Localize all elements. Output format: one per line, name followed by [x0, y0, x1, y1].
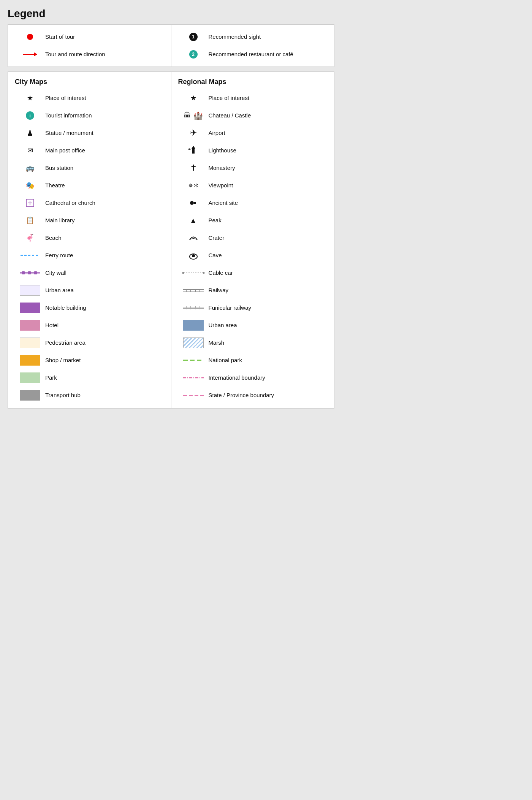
castle-icon: 🏛 🏰: [178, 111, 209, 120]
list-item: City wall: [15, 266, 164, 280]
ferry-route-label: Ferry route: [45, 252, 164, 259]
place-of-interest-reg-label: Place of interest: [209, 94, 328, 102]
tourist-info-icon: i: [15, 111, 45, 120]
state-boundary-line-icon: [183, 393, 204, 397]
tourist-info-label: Tourist information: [45, 112, 164, 119]
list-item: 🦩 Beach: [15, 231, 164, 245]
start-of-tour-item: Start of tour: [15, 30, 164, 44]
list-item: Ferry route: [15, 249, 164, 262]
svg-rect-5: [192, 148, 195, 154]
bus-station-label: Bus station: [45, 164, 164, 172]
recommended-restaurant-icon: 2: [178, 50, 209, 59]
statue-icon: ♟: [15, 128, 45, 138]
lighthouse-icon: [178, 145, 209, 156]
recommended-sight-item: 1 Recommended sight: [178, 30, 328, 44]
recommended-sight-icon: 1: [178, 33, 209, 41]
list-item: ✝ Monastery: [178, 161, 328, 175]
notable-color-box: [20, 303, 40, 313]
place-of-interest-reg-icon: ★: [178, 94, 209, 102]
urban-area-reg-label: Urban area: [209, 322, 328, 329]
envelope-icon: ✉: [27, 146, 33, 155]
intl-boundary-line-icon: [183, 376, 204, 380]
recommended-sight-label: Recommended sight: [209, 33, 328, 41]
plane-icon: ✈: [190, 128, 197, 138]
urban-area-city-icon: [15, 285, 45, 296]
recommended-restaurant-label: Recommended restaurant or café: [209, 51, 328, 58]
crater-label: Crater: [209, 234, 328, 242]
list-item: Hotel: [15, 318, 164, 332]
city-maps-title: City Maps: [15, 78, 164, 86]
list-item: Cable car: [178, 266, 328, 280]
svg-point-9: [190, 201, 194, 205]
beach-label: Beach: [45, 234, 164, 242]
chess-piece-icon: ♟: [27, 128, 33, 138]
statue-label: Statue / monument: [45, 129, 164, 137]
theatre-label: Theatre: [45, 182, 164, 189]
main-section: City Maps ★ Place of interest i Tourist …: [8, 71, 334, 409]
pedestrian-icon: [15, 337, 45, 348]
funicular-line-icon: [183, 305, 204, 310]
list-item: Park: [15, 371, 164, 385]
ferry-dash-icon: [21, 253, 40, 257]
book-icon: 📋: [26, 216, 34, 225]
notable-building-label: Notable building: [45, 304, 164, 312]
list-item: 🏛 🏰 Chateau / Castle: [178, 109, 328, 122]
ancient-site-label: Ancient site: [209, 199, 328, 207]
list-item: ✉ Main post office: [15, 144, 164, 157]
transport-color-box: [20, 390, 40, 401]
list-item: Urban area: [178, 318, 328, 332]
top-section: Start of tour Tour and route direction 1…: [8, 24, 334, 67]
legend-title: Legend: [8, 8, 334, 20]
bus-station-icon: 🚌: [15, 164, 45, 172]
intl-boundary-icon: [178, 376, 209, 380]
list-item: Transport hub: [15, 388, 164, 402]
building-castle-icon: 🏛 🏰: [184, 111, 203, 120]
lighthouse-svg-icon: [188, 145, 199, 156]
national-park-icon: [178, 358, 209, 362]
svg-rect-2: [22, 271, 25, 274]
place-of-interest-city-label: Place of interest: [45, 94, 164, 102]
triangle-icon: ▲: [190, 217, 197, 225]
svg-point-12: [192, 254, 195, 257]
funicular-icon: [178, 305, 209, 310]
pedestrian-label: Pedestrian area: [45, 339, 164, 347]
crater-icon: [178, 234, 209, 242]
list-item: Marsh: [178, 336, 328, 350]
list-item: National park: [178, 353, 328, 367]
cave-label: Cave: [209, 252, 328, 259]
svg-point-13: [182, 272, 184, 274]
library-label: Main library: [45, 217, 164, 224]
marsh-icon: [178, 337, 209, 348]
tour-direction-label: Tour and route direction: [45, 51, 164, 58]
pedestrian-color-box: [20, 337, 40, 348]
list-item: State / Province boundary: [178, 388, 328, 402]
transport-hub-label: Transport hub: [45, 391, 164, 399]
theatre-icon: 🎭: [15, 181, 45, 190]
svg-rect-4: [34, 271, 37, 274]
intl-boundary-label: International boundary: [209, 374, 328, 382]
cable-car-label: Cable car: [209, 269, 328, 277]
svg-marker-6: [192, 146, 195, 149]
tour-direction-icon: [15, 54, 45, 55]
airport-icon: ✈: [178, 128, 209, 138]
viewpoint-label: Viewpoint: [209, 182, 328, 189]
tour-direction-item: Tour and route direction: [15, 48, 164, 61]
marsh-label: Marsh: [209, 339, 328, 347]
national-park-label: National park: [209, 356, 328, 364]
church-box-icon: ✛: [26, 199, 34, 207]
list-item: Ancient site: [178, 196, 328, 210]
list-item: ✵ ✲ Viewpoint: [178, 179, 328, 192]
beach-icon: 🦩: [15, 233, 45, 242]
list-item: ♟ Statue / monument: [15, 126, 164, 140]
city-maps-column: City Maps ★ Place of interest i Tourist …: [8, 71, 171, 409]
list-item: International boundary: [178, 371, 328, 385]
peak-label: Peak: [209, 217, 328, 224]
urban-area-city-label: Urban area: [45, 287, 164, 294]
shop-market-label: Shop / market: [45, 356, 164, 364]
marsh-color-box: [183, 337, 204, 348]
ancient-svg-icon: [189, 199, 198, 207]
railway-label: Railway: [209, 287, 328, 294]
notable-building-icon: [15, 303, 45, 313]
list-item: 🚌 Bus station: [15, 161, 164, 175]
cross-icon: ✝: [190, 163, 197, 173]
